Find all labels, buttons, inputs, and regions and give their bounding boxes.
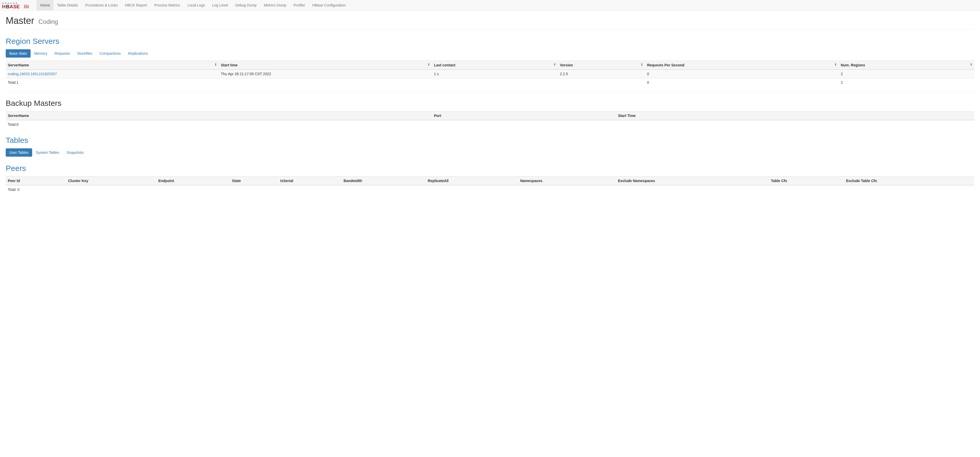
col-state: State: [230, 177, 278, 185]
col-bandwidth: Bandwidth: [342, 177, 426, 185]
page-title: Master: [6, 15, 34, 26]
col-replicateall: ReplicateAll: [426, 177, 518, 185]
col-bm-port: Port: [432, 111, 616, 120]
col-num-regions-label: Num. Regions: [841, 63, 865, 67]
footer-total: Total:1: [6, 78, 219, 87]
col-exclude-table-cfs: Exclude Table Cfs: [844, 177, 974, 185]
tab-snapshots[interactable]: Snapshots: [63, 148, 87, 157]
tab-system-tables[interactable]: System Tables: [32, 148, 63, 157]
svg-text:ASE: ASE: [10, 4, 20, 9]
brand-logo[interactable]: APACHE H B ASE: [0, 0, 37, 10]
backup-masters-section: Backup Masters ServerName Port Start Tim…: [6, 99, 974, 129]
col-namespaces: Namespaces: [518, 177, 616, 185]
cell-rps: 0: [645, 70, 838, 78]
col-bm-start-time: Start Time: [616, 111, 974, 120]
region-servers-table: ServerName▲▼ Start time▲▼ Last contact▲▼…: [6, 61, 974, 87]
col-num-regions[interactable]: Num. Regions▲▼: [838, 61, 974, 70]
tables-heading[interactable]: Tables: [6, 136, 28, 145]
footer-rps: 0: [645, 78, 838, 87]
region-servers-heading[interactable]: Region Servers: [6, 37, 59, 45]
peers-heading[interactable]: Peers: [6, 164, 26, 172]
col-start-time[interactable]: Start time▲▼: [219, 61, 432, 70]
svg-text:B: B: [6, 4, 10, 9]
col-endpoint: Endpoint: [156, 177, 230, 185]
nav-table-details[interactable]: Table Details: [53, 0, 81, 10]
backup-masters-table: ServerName Port Start Time Total:0: [6, 111, 974, 129]
svg-rect-7: [27, 5, 28, 8]
svg-rect-5: [25, 5, 26, 8]
page-subtitle: Coding: [38, 18, 58, 25]
tab-storefiles[interactable]: Storefiles: [73, 49, 96, 57]
tables-tabs: User Tables System Tables Snapshots: [6, 148, 974, 157]
nav-list: Home Table Details Procedures & Locks HB…: [37, 0, 349, 10]
nav-home[interactable]: Home: [37, 0, 53, 10]
col-isserial: IsSerial: [278, 177, 342, 185]
col-version-label: Version: [560, 63, 573, 67]
cell-num-regions: 2: [838, 70, 974, 78]
col-last-contact-label: Last contact: [434, 63, 455, 67]
peers-table: Peer Id Cluster Key Endpoint State IsSer…: [6, 176, 974, 194]
nav-hbck-report[interactable]: HBCK Report: [121, 0, 151, 10]
col-rps-label: Requests Per Second: [647, 63, 684, 67]
bm-footer-total: Total:0: [6, 120, 974, 129]
svg-rect-6: [26, 5, 27, 8]
region-servers-section: Region Servers Base Stats Memory Request…: [6, 37, 974, 92]
tab-replications[interactable]: Replications: [124, 49, 151, 57]
peers-footer-total: Total: 0: [6, 185, 974, 194]
region-servers-tabs: Base Stats Memory Requests Storefiles Co…: [6, 49, 974, 57]
nav-procedures-locks[interactable]: Procedures & Locks: [82, 0, 121, 10]
svg-rect-8: [28, 5, 29, 8]
svg-rect-4: [24, 5, 25, 8]
table-row: coding,16020,1651151825357 Thu Apr 28 21…: [6, 70, 974, 78]
peers-section: Peers Peer Id Cluster Key Endpoint State…: [6, 164, 974, 194]
footer-num-regions: 2: [838, 78, 974, 87]
page-title-h1: Master Coding: [6, 15, 974, 26]
cell-version: 2.2.5: [558, 70, 645, 78]
sort-icon: ▲▼: [641, 63, 643, 66]
nav-profiler[interactable]: Profiler: [290, 0, 309, 10]
col-server-name-label: ServerName: [8, 63, 29, 67]
nav-hbase-configuration[interactable]: HBase Configuration: [309, 0, 349, 10]
sort-icon: ▲▼: [428, 63, 430, 66]
col-peer-id: Peer Id: [6, 177, 66, 185]
tab-compactions[interactable]: Compactions: [96, 49, 124, 57]
backup-masters-heading: Backup Masters: [6, 99, 974, 108]
col-last-contact[interactable]: Last contact▲▼: [432, 61, 558, 70]
table-footer-row: Total: 0: [6, 185, 974, 194]
cell-start-time: Thu Apr 28 21:17:05 CST 2022: [219, 70, 432, 78]
table-footer-row: Total:1 0 2: [6, 78, 974, 87]
nav-metrics-dump[interactable]: Metrics Dump: [260, 0, 290, 10]
col-server-name[interactable]: ServerName▲▼: [6, 61, 219, 70]
tab-base-stats[interactable]: Base Stats: [6, 49, 30, 57]
cell-last-contact: 1 s: [432, 70, 558, 78]
main-container: Master Coding Region Servers Base Stats …: [0, 11, 980, 194]
col-rps[interactable]: Requests Per Second▲▼: [645, 61, 838, 70]
tables-section: Tables User Tables System Tables Snapsho…: [6, 136, 974, 157]
col-version[interactable]: Version▲▼: [558, 61, 645, 70]
svg-text:H: H: [2, 4, 6, 9]
tab-memory[interactable]: Memory: [30, 49, 51, 57]
col-exclude-namespaces: Exclude Namespaces: [616, 177, 769, 185]
sort-icon: ▲▼: [834, 63, 837, 66]
navbar: APACHE H B ASE Home Table Details Proced…: [0, 0, 980, 11]
sort-icon: ▲▼: [215, 63, 217, 66]
nav-local-logs[interactable]: Local Logs: [184, 0, 208, 10]
nav-debug-dump[interactable]: Debug Dump: [232, 0, 261, 10]
col-start-time-label: Start time: [221, 63, 238, 67]
page-header: Master Coding: [6, 11, 974, 30]
table-footer-row: Total:0: [6, 120, 974, 129]
tab-user-tables[interactable]: User Tables: [6, 148, 32, 157]
col-table-cfs: Table Cfs: [769, 177, 844, 185]
server-name-link[interactable]: coding,16020,1651151825357: [8, 72, 57, 76]
tab-requests[interactable]: Requests: [51, 49, 73, 57]
col-cluster-key: Cluster Key: [66, 177, 156, 185]
hbase-logo-icon: APACHE H B ASE: [2, 2, 33, 9]
nav-process-metrics[interactable]: Process Metrics: [151, 0, 184, 10]
sort-icon: ▲▼: [554, 63, 556, 66]
nav-log-level[interactable]: Log Level: [208, 0, 232, 10]
col-bm-server-name: ServerName: [6, 111, 432, 120]
sort-icon: ▲▼: [970, 63, 972, 66]
